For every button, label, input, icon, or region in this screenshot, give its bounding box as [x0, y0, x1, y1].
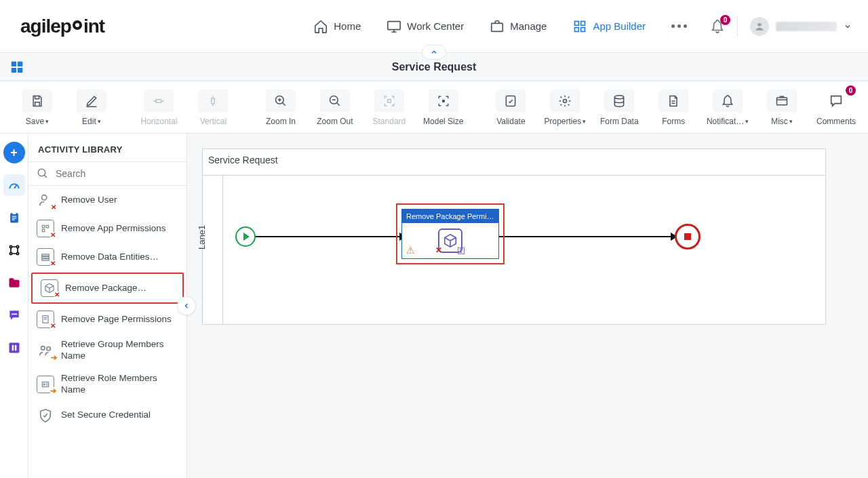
svg-point-18 [564, 100, 567, 103]
activity-node-remove-package-permissions[interactable]: Remove Package Permi… ⚠ ✕ ⚿ [401, 209, 499, 259]
zoom-in-button[interactable]: Zoom In [257, 87, 304, 129]
activity-retrieve-role-members[interactable]: ➔ Retrieve Role Members Name [28, 367, 186, 401]
comments-button[interactable]: 0 Comments [812, 87, 860, 129]
database-icon [612, 94, 626, 108]
collapse-library-button[interactable] [177, 296, 196, 315]
top-nav: Home Work Center Manage App Builder [311, 15, 690, 38]
lane-gutter: Lane1 [203, 175, 223, 324]
nav-manage[interactable]: Manage [487, 15, 549, 38]
svg-rect-0 [388, 21, 400, 29]
svg-point-43 [41, 346, 45, 349]
chevron-down-icon: ▾ [98, 118, 101, 125]
activity-remove-app-permissions-label: Remove App Permissions [61, 223, 166, 235]
horizontal-button[interactable]: Horizontal [136, 87, 183, 129]
nav-app-builder[interactable]: App Builder [570, 15, 648, 38]
activity-remove-package[interactable]: ✕ Remove Package… [31, 273, 184, 304]
misc-label: Misc [771, 117, 788, 126]
svg-point-26 [9, 245, 12, 247]
monitor-icon [387, 19, 401, 34]
add-button[interactable]: + [3, 142, 25, 163]
rail-tab-chat[interactable] [3, 304, 25, 326]
notifications-button[interactable]: 0 [710, 19, 725, 34]
bell-outline-icon [721, 94, 734, 108]
svg-point-34 [38, 169, 45, 176]
rail-tab-folder[interactable] [3, 272, 25, 294]
activity-library-title: ACTIVITY LIBRARY [28, 134, 186, 162]
apps-menu-button[interactable] [9, 60, 24, 75]
start-node[interactable] [235, 226, 256, 247]
user-remove-icon: ✕ [37, 191, 54, 209]
user-name-label [776, 22, 837, 31]
collapse-header-button[interactable] [422, 45, 446, 60]
properties-button[interactable]: Properties▾ [541, 87, 589, 129]
more-icon [671, 24, 687, 28]
activity-set-secure-credential[interactable]: Set Secure Credential [28, 401, 186, 430]
validate-button[interactable]: Validate [487, 87, 534, 129]
fit-standard-icon [382, 95, 397, 107]
notifications-label: Notificat… [707, 117, 744, 126]
user-menu[interactable] [750, 17, 852, 36]
canvas-title: Service Request [208, 155, 278, 165]
svg-point-27 [16, 245, 18, 247]
svg-rect-24 [12, 218, 16, 218]
toolbar: Save▾ Edit▾ Horizontal Vertical Zoom In … [0, 81, 868, 134]
folder-icon [775, 94, 789, 108]
misc-button[interactable]: Misc▾ [758, 87, 806, 129]
chevron-left-icon [182, 302, 191, 310]
svg-point-28 [9, 252, 12, 254]
activity-search-input[interactable] [54, 167, 178, 180]
nav-work-center[interactable]: Work Center [384, 15, 467, 38]
model-size-label: Model Size [423, 117, 463, 126]
svg-rect-41 [42, 259, 50, 260]
svg-rect-20 [777, 98, 787, 105]
horizontal-icon [151, 95, 166, 107]
svg-rect-7 [12, 61, 16, 66]
activity-retrieve-role-members-label: Retrieve Role Members Name [61, 373, 180, 396]
activity-retrieve-group-members[interactable]: ➔ Retrieve Group Members Name [28, 334, 186, 367]
activity-remove-data-entities[interactable]: ✕ Remove Data Entities… [28, 243, 186, 271]
nav-more[interactable] [669, 20, 690, 32]
activity-remove-page-permissions[interactable]: ✕ Remove Page Permissions [28, 305, 186, 334]
edit-button[interactable]: Edit▾ [68, 87, 115, 129]
model-size-button[interactable]: Model Size [420, 87, 467, 129]
svg-point-6 [757, 22, 761, 26]
activity-library-panel: ACTIVITY LIBRARY ✕ Remove User ✕ Remove … [28, 134, 187, 478]
activity-remove-user[interactable]: ✕ Remove User [28, 186, 186, 214]
validate-icon [504, 94, 517, 108]
svg-rect-33 [14, 345, 16, 351]
forms-label: Forms [662, 117, 685, 126]
rail-tab-connections[interactable] [3, 239, 25, 261]
zoom-in-icon [274, 94, 288, 108]
notifications-badge: 0 [720, 15, 730, 25]
chat-fill-icon [7, 308, 21, 322]
rail-tab-pause[interactable] [3, 337, 25, 359]
activity-remove-app-permissions[interactable]: ✕ Remove App Permissions [28, 214, 186, 243]
workspace: + ACTIVITY LIBRARY [0, 134, 868, 478]
form-data-button[interactable]: Form Data [595, 87, 643, 129]
process-canvas[interactable]: Service Request Lane1 Remove Package Per… [202, 148, 826, 325]
chevron-down-icon: ▾ [45, 118, 49, 125]
role-retrieve-icon: ➔ [37, 376, 54, 393]
subheader: Service Request [0, 53, 868, 81]
svg-rect-3 [581, 21, 585, 25]
activity-search-wrap [28, 162, 186, 186]
end-node[interactable] [675, 224, 701, 250]
clipboard-icon [7, 211, 21, 224]
home-icon [313, 19, 328, 34]
chevron-up-icon [430, 48, 438, 56]
document-icon [667, 94, 680, 108]
vertical-button[interactable]: Vertical [189, 87, 237, 129]
svg-point-44 [47, 346, 51, 351]
canvas-area[interactable]: Service Request Lane1 Remove Package Per… [187, 134, 868, 478]
activity-settings-button[interactable] [497, 212, 498, 220]
vertical-label: Vertical [200, 117, 226, 126]
nav-home[interactable]: Home [311, 15, 363, 38]
notifications-menu-button[interactable]: Notificat…▾ [704, 87, 751, 129]
forms-button[interactable]: Forms [650, 87, 697, 129]
rail-tab-activities[interactable] [3, 174, 25, 196]
rail-tab-clipboard[interactable] [3, 207, 25, 228]
standard-button[interactable]: Standard [366, 87, 413, 129]
save-button[interactable]: Save▾ [14, 87, 61, 129]
zoom-out-button[interactable]: Zoom Out [311, 87, 359, 129]
svg-rect-23 [12, 216, 16, 217]
